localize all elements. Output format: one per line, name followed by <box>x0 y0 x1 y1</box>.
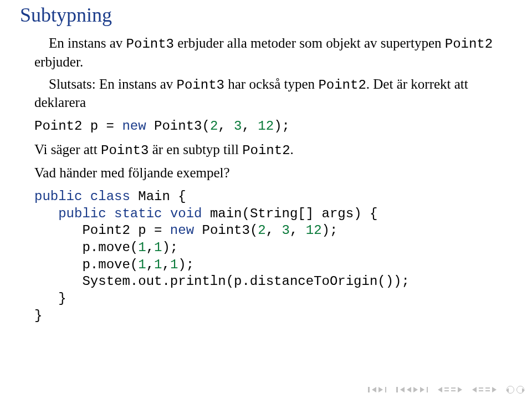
text: har också typen <box>224 76 318 91</box>
triangle-left-icon <box>400 387 405 392</box>
code-text: , <box>290 223 306 238</box>
code-text: Main { <box>130 189 186 204</box>
inline-code: Point2 <box>318 78 366 93</box>
equals-icon <box>451 387 456 392</box>
keyword-public: public <box>34 189 82 204</box>
triangle-left-icon <box>438 387 442 392</box>
triangle-left-icon <box>372 387 376 392</box>
equals-icon <box>444 387 449 392</box>
inline-code: Point2 <box>445 37 493 52</box>
keyword-new: new <box>122 119 146 134</box>
circle-forward-icon <box>516 386 524 394</box>
number: 2 <box>210 119 218 134</box>
equals-icon <box>485 387 490 392</box>
keyword-public: public <box>58 206 106 221</box>
slide-body: En instans av Point3 erbjuder alla metod… <box>20 34 512 325</box>
number: 12 <box>306 223 322 238</box>
text: erbjuder. <box>34 54 83 69</box>
code-declaration: Point2 p = new Point3(2, 3, 12); <box>34 118 512 135</box>
number: 1 <box>138 240 146 255</box>
inline-code: Point3 <box>177 78 224 93</box>
code-text: , <box>242 119 258 134</box>
number: 3 <box>234 119 242 134</box>
bar-icon <box>368 387 370 392</box>
code-pad <box>34 206 58 221</box>
number: 2 <box>258 223 265 238</box>
code-text: p.move( <box>82 257 138 272</box>
code-pad <box>34 274 82 289</box>
number: 1 <box>138 257 146 272</box>
inline-code: Point3 <box>101 143 149 158</box>
number: 1 <box>170 257 178 272</box>
slide: Subtypning En instans av Point3 erbjuder… <box>0 0 532 398</box>
number: 12 <box>258 119 274 134</box>
triangle-right-icon <box>492 387 497 392</box>
code-text: Point2 p = <box>82 223 170 238</box>
nav-subsection-group[interactable] <box>438 387 462 392</box>
code-text: System.out.println(p.distanceToOrigin())… <box>82 274 410 289</box>
triangle-right-icon <box>458 387 462 392</box>
number: 1 <box>154 240 162 255</box>
code-text: Point3( <box>194 223 258 238</box>
circle-back-icon <box>507 386 514 394</box>
code-text: ); <box>162 240 178 255</box>
keyword-class: class <box>90 189 130 204</box>
code-text: main(String[] args) { <box>202 206 377 221</box>
paragraph-4: Vad händer med följande exempel? <box>34 164 512 182</box>
code-text: Point3( <box>146 119 210 134</box>
code-text: , <box>146 240 154 255</box>
code-text: , <box>162 257 170 272</box>
code-text: , <box>266 223 282 238</box>
code-text: , <box>218 119 234 134</box>
bar-icon <box>385 387 387 392</box>
keyword-static: static <box>114 206 162 221</box>
code-pad <box>34 240 82 255</box>
beamer-nav-footer <box>368 386 524 394</box>
nav-section-group[interactable] <box>396 387 428 392</box>
slide-title: Subtypning <box>20 3 512 27</box>
arrowhead-left-icon <box>506 388 509 392</box>
code-text: ); <box>274 119 290 134</box>
bar-icon <box>427 387 428 392</box>
paragraph-2: Slutsats: En instans av Point3 har också… <box>34 75 512 112</box>
code-text: ); <box>178 257 194 272</box>
arrowhead-right-icon <box>522 388 525 392</box>
paragraph-1: En instans av Point3 erbjuder alla metod… <box>34 34 512 71</box>
triangle-right-icon <box>413 387 418 392</box>
code-example: public class Main { public static void m… <box>34 188 512 325</box>
equals-icon <box>479 387 483 392</box>
code-text: ); <box>322 223 338 238</box>
inline-code: Point2 <box>242 143 290 158</box>
triangle-right-icon <box>420 387 424 392</box>
bar-icon <box>396 387 398 392</box>
number: 1 <box>154 257 162 272</box>
keyword-new: new <box>170 223 194 238</box>
code-text: } <box>34 291 66 306</box>
code-text: , <box>146 257 154 272</box>
code-pad <box>34 257 82 272</box>
triangle-left-icon <box>407 387 411 392</box>
triangle-right-icon <box>378 387 383 392</box>
code-text: } <box>34 308 42 323</box>
nav-first-group[interactable] <box>368 387 386 392</box>
text: är en subtyp till <box>149 142 242 157</box>
text: . <box>290 142 294 157</box>
code-text: p.move( <box>82 240 138 255</box>
paragraph-3: Vi säger att Point3 är en subtyp till Po… <box>34 141 512 160</box>
code-text: Point2 p = <box>34 119 122 134</box>
text: En instans av <box>49 35 126 50</box>
text: Slutsats: En instans av <box>49 76 177 91</box>
triangle-left-icon <box>472 387 477 392</box>
number: 3 <box>282 223 290 238</box>
inline-code: Point3 <box>126 37 174 52</box>
text: erbjuder alla metoder som objekt av supe… <box>174 35 445 50</box>
keyword-void: void <box>170 206 202 221</box>
code-pad <box>34 223 82 238</box>
nav-back-forward-group[interactable] <box>507 386 524 394</box>
nav-frame-group[interactable] <box>472 387 497 392</box>
text: Vi säger att <box>34 142 101 157</box>
